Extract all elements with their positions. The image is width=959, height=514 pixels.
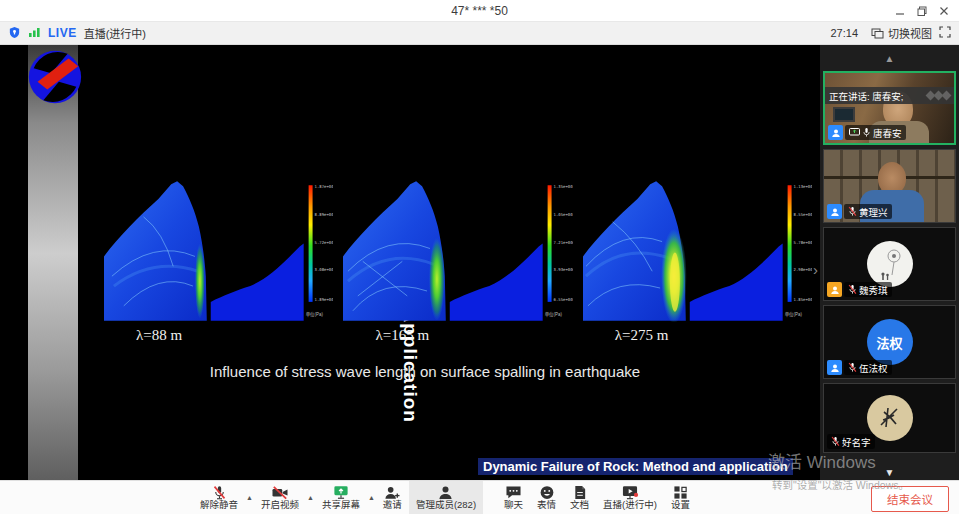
chat-button[interactable]: 聊天 — [497, 481, 530, 514]
slide-footer-title: Dynamic Failure of Rock: Method and appl… — [478, 458, 793, 475]
participant-name-badge: 黄理兴 — [844, 204, 892, 219]
simulation-panels: 1.87e+007 8.89e+006 5.72e+006 3.08e+006 … — [104, 176, 812, 344]
restore-icon[interactable] — [911, 0, 933, 22]
member-role-icon — [828, 125, 843, 140]
tool-label: 聊天 — [504, 500, 523, 510]
avatar-dandelion — [867, 241, 913, 287]
participant-badges: 唐春安 — [828, 125, 906, 140]
participant-tile-tangchunan[interactable]: 正在讲话: 唐春安; 唐春安 — [823, 71, 956, 145]
participants-sidebar: ▲ 正在讲话: 唐春安; 唐春安 — [820, 45, 959, 480]
live-badge: LIVE — [48, 26, 77, 40]
unmute-button[interactable]: 解除静音 — [193, 481, 245, 514]
settings-button[interactable]: 设置 — [664, 481, 697, 514]
video-caret-icon[interactable]: ▲ — [307, 494, 314, 501]
docs-button[interactable]: 文档 — [563, 481, 596, 514]
colorbar-tick: 5.78e+006 — [793, 240, 812, 245]
start-video-button[interactable]: 开启视频 — [254, 481, 306, 514]
main-area: ● RFPA Application 1.87e+007 8.89e+006 5… — [0, 45, 959, 480]
share-screen-icon — [332, 485, 350, 500]
switch-view-label: 切换视图 — [888, 25, 932, 41]
meeting-toolbar: 解除静音 ▲ 开启视频 ▲ 共享屏幕 ▲ 邀请 管理成员(282) 聊天 表情 … — [0, 480, 959, 514]
share-caret-icon[interactable]: ▲ — [368, 494, 375, 501]
participant-tile-wufaquan[interactable]: 法权 伍法权 — [823, 305, 956, 379]
colorbar-tick: 7.21e+006 — [554, 240, 573, 245]
chat-bubble-icon — [505, 485, 522, 500]
manage-members-button[interactable]: 管理成员(282) — [409, 481, 483, 514]
participant-tile-huanglixing[interactable]: 黄理兴 — [823, 149, 956, 223]
members-icon — [437, 485, 454, 500]
participant-tile-haomingzi[interactable]: 好名字 — [823, 383, 956, 453]
meeting-statusbar: LIVE 直播(进行中) 27:14 切换视图 — [0, 22, 959, 45]
simulation-image: 1.87e+007 8.89e+006 5.72e+006 3.08e+006 … — [104, 176, 333, 322]
live-stream-button[interactable]: 直播(进行中) — [596, 481, 664, 514]
participant-name-badge: 唐春安 — [845, 125, 906, 140]
live-stream-icon — [621, 485, 639, 500]
share-screen-button[interactable]: 共享屏幕 — [315, 481, 367, 514]
invite-person-icon — [383, 485, 401, 500]
colorbar-tick: 2.98e+006 — [793, 267, 812, 272]
unmute-caret-icon[interactable]: ▲ — [246, 494, 253, 501]
close-icon[interactable] — [933, 0, 955, 22]
simulation-image: 1.13e+007 8.55e+006 5.78e+006 2.98e+006 … — [583, 176, 812, 322]
end-meeting-button[interactable]: 结束会议 — [871, 486, 949, 512]
colorbar-tick: 1.87e+007 — [315, 184, 334, 189]
participant-badges: 魏秀琪 — [827, 282, 892, 297]
emoji-smiley-icon — [539, 485, 555, 500]
next-slide-chevron[interactable]: › — [813, 261, 818, 278]
participant-name-badge: 魏秀琪 — [844, 282, 892, 297]
participant-name: 魏秀琪 — [859, 283, 888, 297]
settings-grid-icon — [673, 485, 688, 500]
participant-name: 伍法权 — [859, 361, 888, 375]
screen-share-icon — [849, 128, 860, 137]
security-shield-icon[interactable] — [8, 26, 21, 41]
colorbar-tick: 8.89e+006 — [315, 212, 334, 217]
wavelength-label: λ=88 m — [104, 327, 333, 344]
tool-label: 共享屏幕 — [322, 500, 360, 510]
colorbar-tick: 1.05e+007 — [554, 212, 573, 217]
colorbar-tick: 3.08e+006 — [315, 267, 334, 272]
tool-label: 设置 — [671, 500, 690, 510]
simulation-panel: 1.35e+007 1.05e+007 7.21e+006 3.93e+006 … — [343, 176, 572, 344]
member-role-icon — [827, 204, 842, 219]
collapse-up-arrow[interactable]: ▲ — [820, 45, 959, 71]
collapse-down-arrow[interactable]: ▼ — [820, 467, 959, 478]
switch-view-button[interactable]: 切换视图 — [871, 25, 932, 41]
avatar-text-circle: 法权 — [867, 319, 913, 365]
signal-strength-icon[interactable] — [28, 26, 41, 40]
participant-tile-weixiuqi[interactable]: 魏秀琪 — [823, 227, 956, 301]
participant-badges: 伍法权 — [827, 360, 892, 375]
camera-off-icon — [271, 485, 289, 500]
colorbar-unit: 单位(Pa) — [784, 311, 802, 318]
participant-name: 好名字 — [842, 435, 871, 449]
tool-label: 表情 — [537, 500, 556, 510]
tool-label: 开启视频 — [261, 500, 299, 510]
window-title: 47* *** *50 — [451, 4, 508, 18]
mic-muted-icon — [848, 284, 857, 295]
mic-muted-icon — [848, 206, 857, 217]
document-icon — [573, 485, 587, 500]
slide-side-bar — [28, 45, 78, 480]
participant-name: 唐春安 — [873, 126, 902, 140]
colorbar-tick: 1.85e+005 — [793, 297, 812, 302]
live-status-text: 直播(进行中) — [84, 25, 146, 41]
minimize-icon[interactable] — [889, 0, 911, 22]
speaking-banner: 正在讲话: 唐春安; — [825, 87, 954, 104]
tool-label: 管理成员(282) — [416, 500, 476, 510]
colorbar-tick: 5.72e+006 — [315, 240, 334, 245]
simulation-image: 1.35e+007 1.05e+007 7.21e+006 3.93e+006 … — [343, 176, 572, 322]
fullscreen-icon[interactable] — [939, 26, 951, 40]
wavelength-label: λ=275 m — [583, 327, 812, 344]
colorbar-unit: 单位(Pa) — [545, 311, 563, 318]
colorbar-unit: 单位(Pa) — [306, 311, 324, 318]
participant-badges: 好名字 — [827, 434, 875, 449]
participant-name-badge: 伍法权 — [844, 360, 892, 375]
meeting-duration: 27:14 — [830, 27, 858, 39]
invite-button[interactable]: 邀请 — [376, 481, 409, 514]
colorbar-tick: 8.55e+006 — [793, 212, 812, 217]
colorbar-tick: 3.93e+006 — [554, 267, 573, 272]
mic-muted-icon — [848, 362, 857, 373]
tool-label: 邀请 — [383, 500, 402, 510]
member-role-icon — [827, 360, 842, 375]
emoji-button[interactable]: 表情 — [530, 481, 563, 514]
participant-name-badge: 好名字 — [827, 434, 875, 449]
